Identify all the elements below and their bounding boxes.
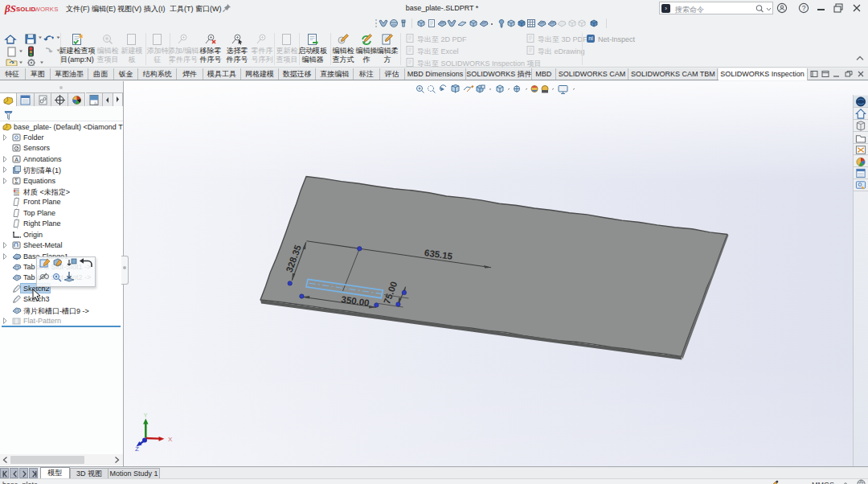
svg-text:?: ? (802, 4, 806, 12)
svg-text:Σ: Σ (14, 178, 18, 185)
svg-text:Y: Y (144, 412, 148, 418)
svg-text:A: A (14, 157, 18, 162)
svg-text:βS: βS (4, 2, 16, 14)
svg-text:WORKS: WORKS (35, 6, 59, 13)
svg-text:X: X (168, 436, 173, 443)
svg-text:SOLID: SOLID (16, 6, 36, 13)
svg-text:Z: Z (135, 445, 139, 453)
